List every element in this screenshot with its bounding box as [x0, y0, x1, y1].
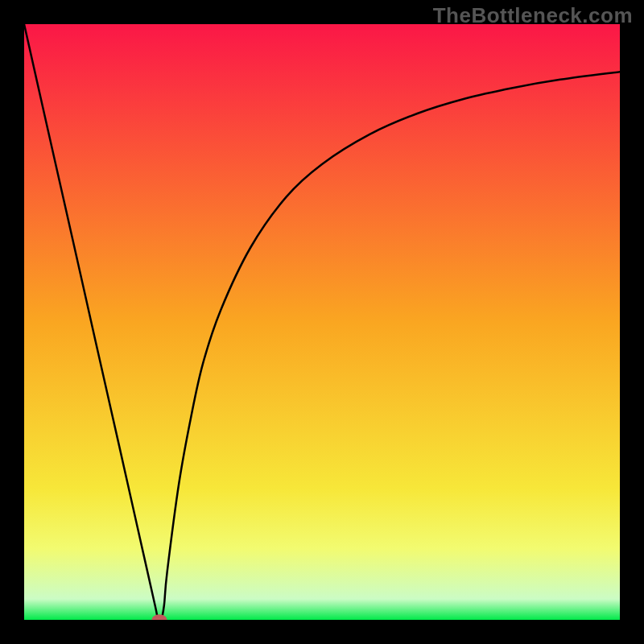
chart-frame: TheBottleneck.com — [0, 0, 644, 644]
plot-area — [24, 24, 620, 620]
chart-svg — [24, 24, 620, 620]
gradient-background — [24, 24, 620, 620]
